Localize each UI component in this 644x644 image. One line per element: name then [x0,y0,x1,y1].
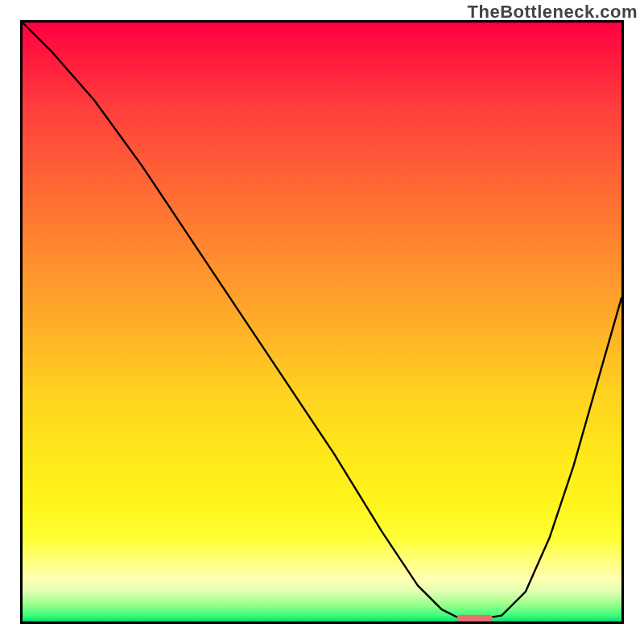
curve-layer [23,23,621,621]
plot-area [20,20,624,624]
chart-container: TheBottleneck.com [0,0,644,644]
optimum-marker [456,615,493,621]
bottleneck-curve [23,23,621,618]
